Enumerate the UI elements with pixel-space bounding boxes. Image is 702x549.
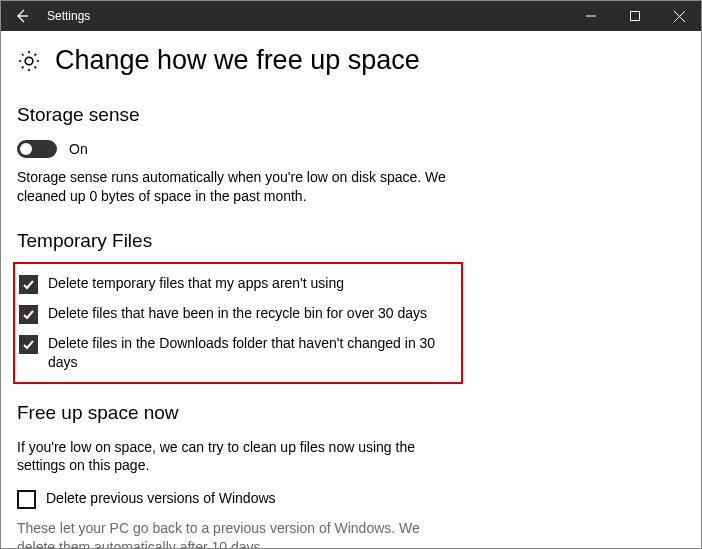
check-icon [22,338,35,351]
delete-previous-windows-label: Delete previous versions of Windows [46,489,276,508]
close-icon [674,11,685,22]
maximize-icon [630,11,640,21]
temp-files-label-0: Delete temporary files that my apps aren… [48,274,344,293]
gear-icon [17,49,41,73]
free-up-now-heading: Free up space now [17,402,677,424]
temporary-files-heading: Temporary Files [17,230,677,252]
arrow-left-icon [14,8,30,24]
check-icon [22,278,35,291]
free-up-now-description: If you're low on space, we can try to cl… [17,438,447,476]
storage-sense-toggle-label: On [69,141,88,157]
back-button[interactable] [1,1,43,31]
close-button[interactable] [657,1,701,31]
storage-sense-heading: Storage sense [17,104,677,126]
delete-previous-windows-checkbox[interactable] [17,490,36,509]
window-title: Settings [43,9,90,23]
temp-files-checkbox-1[interactable] [19,305,38,324]
temp-files-label-2: Delete files in the Downloads folder tha… [48,334,439,372]
svg-rect-0 [631,12,640,21]
minimize-icon [586,11,596,21]
temp-files-label-1: Delete files that have been in the recyc… [48,304,427,323]
storage-sense-description: Storage sense runs automatically when yo… [17,168,447,206]
storage-sense-toggle[interactable] [17,140,57,158]
temporary-files-highlight: Delete temporary files that my apps aren… [13,262,463,384]
minimize-button[interactable] [569,1,613,31]
free-up-now-footnote: These let your PC go back to a previous … [17,519,447,549]
page-title: Change how we free up space [55,45,420,76]
temp-files-checkbox-2[interactable] [19,335,38,354]
check-icon [22,308,35,321]
temp-files-checkbox-0[interactable] [19,275,38,294]
maximize-button[interactable] [613,1,657,31]
